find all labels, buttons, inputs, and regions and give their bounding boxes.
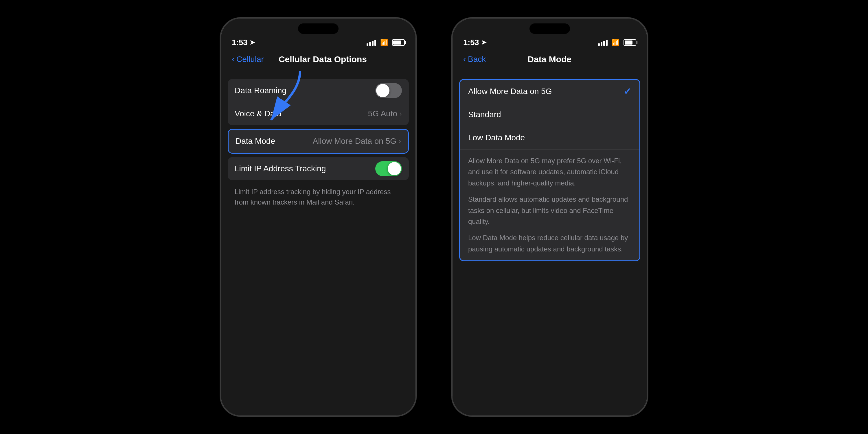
nav-bar-left: ‹ Cellular Cellular Data Options [221, 49, 416, 70]
data-mode-row[interactable]: Data Mode Allow More Data on 5G › [228, 130, 408, 153]
low-data-label: Low Data Mode [468, 133, 525, 142]
status-bar-right: 1:53 ➤ 📶 [452, 36, 647, 49]
limit-ip-toggle[interactable] [375, 161, 402, 176]
signal-bar-r3 [603, 41, 605, 46]
signal-bar-r2 [601, 42, 602, 46]
status-right-right: 📶 [598, 39, 636, 46]
status-bar-left: 1:53 ➤ 📶 [221, 36, 416, 49]
data-roaming-knob [376, 84, 390, 97]
location-icon-left: ➤ [250, 39, 255, 46]
status-right-left: 📶 [367, 39, 405, 46]
low-data-row[interactable]: Low Data Mode [460, 126, 640, 149]
phone-top-left [221, 18, 416, 36]
phone-right: 1:53 ➤ 📶 ‹ Back Data Mode [452, 18, 648, 416]
data-mode-group-highlighted: Data Mode Allow More Data on 5G › [228, 129, 409, 154]
signal-bars-right [598, 39, 608, 46]
back-chevron-left: ‹ [232, 54, 235, 64]
signal-bars-left [367, 39, 376, 46]
limit-ip-description: Limit IP address tracking by hiding your… [228, 184, 409, 213]
status-left-left: 1:53 ➤ [232, 38, 255, 47]
screen-content-left: Data Roaming Voice & Data 5G Auto › [221, 70, 416, 416]
standard-label: Standard [468, 110, 501, 119]
battery-fill-right [625, 40, 632, 44]
settings-group-3: Limit IP Address Tracking [228, 157, 409, 180]
signal-bar-2 [369, 42, 371, 46]
data-mode-options-group: Allow More Data on 5G ✓ Standard Low Dat… [459, 79, 640, 261]
voice-data-value-text: 5G Auto [368, 109, 397, 118]
battery-fill-left [393, 40, 401, 44]
phone-left: 1:53 ➤ 📶 ‹ Cellular Cellular Data Option… [220, 18, 416, 416]
blue-arrow [254, 70, 317, 126]
data-mode-value: Allow More Data on 5G › [313, 136, 401, 146]
status-time-right: 1:53 [463, 38, 479, 47]
limit-ip-row[interactable]: Limit IP Address Tracking [228, 157, 409, 180]
voice-data-value: 5G Auto › [368, 109, 402, 118]
allow-more-5g-checkmark: ✓ [623, 86, 631, 97]
signal-bar-3 [372, 41, 374, 46]
data-roaming-toggle[interactable] [375, 83, 402, 98]
data-mode-label: Data Mode [236, 136, 275, 146]
nav-bar-right: ‹ Back Data Mode [452, 49, 647, 70]
standard-row[interactable]: Standard [460, 103, 640, 126]
status-time-left: 1:53 [232, 38, 247, 47]
wifi-icon-right: 📶 [612, 39, 619, 46]
description-para-1: Allow More Data on 5G may prefer 5G over… [468, 155, 631, 189]
screen-content-right: Allow More Data on 5G ✓ Standard Low Dat… [452, 70, 647, 416]
allow-more-5g-row[interactable]: Allow More Data on 5G ✓ [460, 80, 640, 103]
voice-data-chevron: › [400, 110, 402, 118]
limit-ip-label: Limit IP Address Tracking [235, 164, 326, 173]
limit-ip-knob [388, 162, 401, 175]
nav-title-right: Data Mode [463, 54, 636, 64]
dynamic-island-left [298, 24, 339, 34]
location-icon-right: ➤ [481, 39, 486, 46]
status-left-right: 1:53 ➤ [463, 38, 486, 47]
data-mode-inner-group: Data Mode Allow More Data on 5G › [228, 130, 408, 153]
nav-title-left: Cellular Data Options [241, 54, 405, 64]
description-para-2: Standard allows automatic updates and ba… [468, 194, 631, 227]
data-mode-value-text: Allow More Data on 5G [313, 136, 396, 146]
allow-more-5g-label: Allow More Data on 5G [468, 87, 552, 96]
battery-right [623, 39, 636, 46]
data-mode-descriptions: Allow More Data on 5G may prefer 5G over… [460, 149, 640, 260]
description-para-3: Low Data Mode helps reduce cellular data… [468, 232, 631, 255]
wifi-icon-left: 📶 [380, 39, 388, 46]
signal-bar-r1 [598, 43, 600, 46]
battery-left [392, 39, 405, 46]
phone-top-right [452, 18, 647, 36]
signal-bar-4 [374, 40, 376, 46]
data-mode-chevron: › [399, 137, 401, 145]
signal-bar-r4 [606, 40, 608, 46]
dynamic-island-right [529, 24, 570, 34]
signal-bar-1 [367, 43, 368, 46]
